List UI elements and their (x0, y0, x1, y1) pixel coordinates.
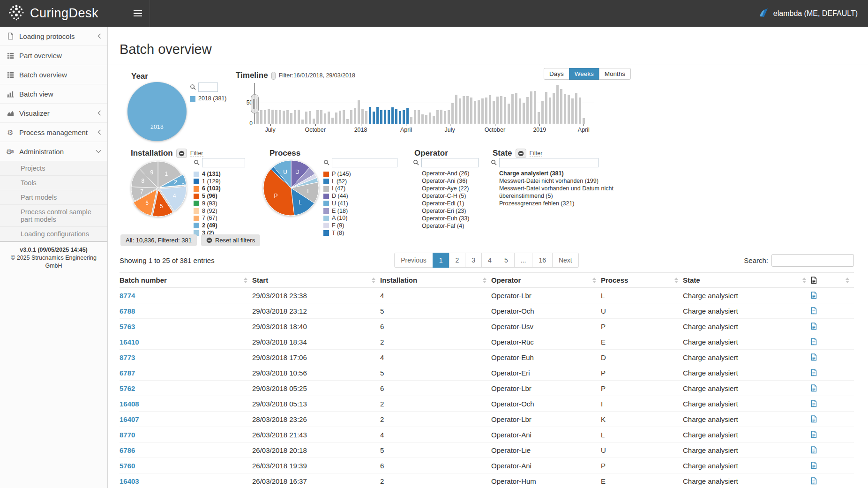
timeline-bar[interactable] (511, 94, 514, 124)
timeline-bar[interactable] (391, 107, 394, 124)
timeline-bar[interactable] (553, 93, 555, 124)
sidebar-item-batch-overview[interactable]: Batch overview (0, 65, 107, 84)
timeline-bar[interactable] (418, 110, 420, 124)
timeline-bar[interactable] (534, 91, 536, 124)
timeline-range-handle[interactable] (251, 94, 259, 113)
pagination-page-1[interactable]: 1 (433, 253, 449, 268)
timeline-bar[interactable] (361, 109, 364, 124)
timeline-bar[interactable] (294, 110, 296, 124)
timeline-bar[interactable] (320, 110, 322, 124)
timeline-bar[interactable] (481, 98, 484, 124)
timeline-bar[interactable] (444, 111, 446, 124)
pagination-page-4[interactable]: 4 (481, 253, 498, 268)
protocol-document-icon[interactable] (811, 458, 834, 473)
timeline-bar[interactable] (560, 89, 562, 124)
batch-number-link[interactable]: 6788 (120, 307, 135, 315)
state-list-item[interactable]: Charge analysiert (381) (499, 170, 640, 177)
timeline-bar[interactable] (324, 113, 326, 124)
timeline-bar[interactable] (354, 108, 356, 124)
timeline-bar[interactable] (451, 103, 454, 124)
year-search-input[interactable] (198, 83, 218, 92)
timeline-bar[interactable] (298, 110, 300, 124)
batch-number-link[interactable]: 5763 (120, 323, 135, 330)
table-search-input[interactable] (771, 254, 854, 267)
process-pie-svg[interactable]: DILPU (262, 159, 320, 217)
timeline-bar[interactable] (425, 115, 427, 124)
timeline-bar[interactable] (526, 97, 529, 124)
timeline-bar[interactable] (279, 110, 281, 124)
timeline-bar[interactable] (403, 110, 405, 124)
process-legend-item[interactable]: A (10) (323, 215, 351, 222)
column-header-batch-number[interactable]: Batch number (120, 273, 252, 288)
timeline-bar[interactable] (489, 95, 491, 124)
timeline-bar[interactable] (478, 100, 480, 124)
operator-list-item[interactable]: Operator-Ani (36) (422, 177, 506, 185)
sidebar-item-part-overview[interactable]: Part overview (0, 46, 107, 65)
timeline-bar[interactable] (380, 110, 382, 124)
timeline-scale-days[interactable]: Days (544, 68, 569, 80)
operator-list-item[interactable]: Operator-Aye (22) (422, 185, 506, 192)
timeline-bar[interactable] (504, 97, 506, 124)
column-header-process[interactable]: Process (601, 273, 683, 288)
timeline-bar[interactable] (305, 112, 307, 124)
timeline-bar[interactable] (388, 110, 390, 124)
year-legend-item[interactable]: 2018 (381) (190, 95, 226, 103)
installation-legend-item[interactable]: 8 (92) (194, 208, 221, 215)
timeline-bar[interactable] (568, 95, 570, 124)
sidebar-item-process-management[interactable]: ⚙ Process management (0, 123, 107, 142)
process-legend-item[interactable]: L (52) (323, 178, 351, 186)
column-header-protocol[interactable] (811, 273, 834, 288)
pagination-page-16[interactable]: 16 (532, 253, 553, 268)
protocol-document-icon[interactable] (811, 443, 834, 458)
sidebar-subitem-loading-configurations[interactable]: Loading configurations (0, 227, 107, 241)
column-header-state[interactable]: State (683, 273, 811, 288)
batch-number-link[interactable]: 8770 (120, 431, 135, 439)
timeline-bar[interactable] (406, 108, 409, 124)
timeline-bar[interactable] (365, 111, 367, 124)
protocol-document-icon[interactable] (811, 365, 834, 381)
timeline-bar[interactable] (538, 112, 540, 124)
sidebar-item-loading-protocols[interactable]: Loading protocols (0, 27, 107, 46)
protocol-document-icon[interactable] (811, 396, 834, 412)
timeline-bar[interactable] (301, 120, 304, 124)
timeline-bar[interactable] (448, 110, 450, 124)
operator-list-item[interactable]: Operator-C-H (5) (422, 192, 506, 200)
timeline-bar[interactable] (309, 111, 311, 124)
state-list-item[interactable]: Messwert-Datei nicht vorhanden (199) (499, 177, 640, 185)
process-legend-item[interactable]: E (18) (323, 208, 351, 215)
operator-list-item[interactable]: Operator-And (26) (422, 170, 506, 177)
timeline-bar[interactable] (256, 112, 259, 124)
operator-search-input[interactable] (421, 158, 479, 167)
timeline-bar[interactable] (271, 110, 274, 124)
pagination-previous[interactable]: Previous (394, 253, 433, 268)
timeline-bar[interactable] (500, 96, 502, 124)
sidebar-subitem-part-models[interactable]: Part models (0, 190, 107, 205)
timeline-bar[interactable] (339, 111, 341, 124)
protocol-document-icon[interactable] (811, 334, 834, 350)
timeline-bar[interactable] (286, 110, 289, 124)
protocol-document-icon[interactable] (811, 319, 834, 334)
timeline-bar[interactable] (414, 110, 416, 124)
timeline-bar[interactable] (556, 85, 559, 124)
timeline-bar[interactable] (466, 96, 469, 124)
protocol-document-icon[interactable] (811, 288, 834, 303)
column-header-operator[interactable]: Operator (491, 273, 601, 288)
installation-filter-label[interactable]: Filter (190, 150, 203, 157)
protocol-document-icon[interactable] (811, 412, 834, 427)
brand[interactable]: CuringDesk (0, 0, 126, 27)
year-pie-svg[interactable]: 2018 (127, 81, 187, 142)
timeline-bar[interactable] (470, 98, 472, 124)
process-legend-item[interactable]: P (145) (323, 171, 351, 178)
timeline-bar[interactable] (519, 98, 521, 124)
process-legend-item[interactable]: I (47) (323, 185, 351, 193)
timeline-bar[interactable] (493, 101, 495, 124)
timeline-bar[interactable] (421, 114, 424, 124)
sidebar-toggle-button[interactable] (126, 0, 150, 27)
reset-all-filters-button[interactable]: Reset all filters (201, 234, 260, 246)
timeline-bar[interactable] (399, 111, 401, 124)
timeline-bar[interactable] (331, 118, 334, 124)
timeline-bar[interactable] (358, 100, 360, 124)
sidebar-item-visualizer[interactable]: Visualizer (0, 104, 107, 123)
timeline-bar[interactable] (264, 110, 266, 124)
protocol-document-icon[interactable] (811, 303, 834, 319)
